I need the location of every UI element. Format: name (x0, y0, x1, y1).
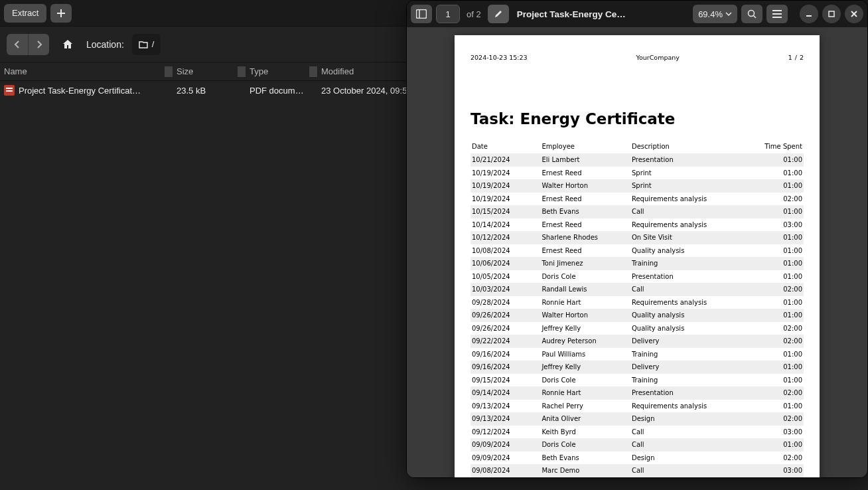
cell-date: 09/22/2024 (470, 335, 540, 348)
cell-description: Call (630, 205, 754, 218)
cell-employee: Sharlene Rhodes (540, 231, 630, 244)
task-row: 09/09/2024Doris ColeCall01:00 (470, 438, 804, 451)
cell-date: 10/19/2024 (470, 179, 540, 193)
task-row: 09/14/2024Ronnie HartPresentation02:00 (470, 386, 804, 400)
cell-employee: Walter Horton (540, 309, 630, 322)
cell-description: Design (630, 412, 754, 426)
cell-date: 09/26/2024 (470, 309, 540, 322)
extract-button[interactable]: Extract (4, 4, 46, 23)
cell-time: 01:00 (754, 153, 804, 167)
cell-employee: Audrey Peterson (540, 335, 630, 348)
cell-description: Call (630, 464, 754, 477)
cell-date: 10/19/2024 (470, 167, 540, 180)
cell-description: Requirements analysis (630, 400, 754, 413)
task-row: 10/12/2024Sharlene RhodesOn Site Visit01… (470, 231, 804, 244)
nav-buttons (7, 34, 49, 55)
svg-rect-5 (829, 11, 834, 17)
cell-employee: Doris Cole (540, 270, 630, 284)
pdf-heading: Task: Energy Certificate (470, 109, 804, 129)
cell-description: Quality analysis (630, 309, 754, 322)
cell-employee: Toni Jimenez (540, 257, 630, 270)
cell-time: 01:00 (754, 374, 804, 387)
cell-date: 09/28/2024 (470, 296, 540, 309)
annotate-button[interactable] (488, 5, 509, 23)
col-header-type[interactable]: Type (246, 66, 309, 76)
task-table: Date Employee Description Time Spent 10/… (470, 140, 804, 477)
cell-employee: Keith Byrd (540, 426, 630, 439)
cell-description: Design (630, 451, 754, 465)
search-button[interactable] (741, 5, 762, 23)
col-resize[interactable] (238, 66, 246, 77)
cell-time: 02:00 (754, 322, 804, 335)
task-row: 09/15/2024Doris ColeTraining01:00 (470, 374, 804, 387)
col-resize[interactable] (309, 66, 317, 77)
cell-date: 09/14/2024 (470, 386, 540, 400)
sidebar-toggle-button[interactable] (411, 5, 432, 23)
task-row: 10/19/2024Ernest ReedSprint01:00 (470, 167, 804, 180)
cell-time: 01:00 (754, 296, 804, 309)
page-number-input[interactable] (436, 5, 460, 23)
th-time-spent: Time Spent (754, 140, 804, 153)
pdf-file-icon (4, 85, 15, 96)
pdf-viewport[interactable]: 2024-10-23 15:23 YourCompany 1 / 2 Task:… (407, 27, 867, 477)
task-row: 09/16/2024Paul WilliamsTraining01:00 (470, 348, 804, 361)
cell-date: 10/08/2024 (470, 244, 540, 258)
hamburger-icon (772, 10, 782, 18)
pdf-page-sep: / (795, 54, 797, 62)
col-header-name[interactable]: Name (0, 66, 165, 76)
cell-employee: Eli Lambert (540, 153, 630, 167)
cell-time: 01:00 (754, 348, 804, 361)
cell-description: Delivery (630, 361, 754, 374)
cell-description: Call (630, 283, 754, 296)
task-row: 10/03/2024Randall LewisCall02:00 (470, 283, 804, 296)
window-close-button[interactable] (845, 5, 863, 23)
cell-date: 10/15/2024 (470, 205, 540, 218)
cell-time: 02:00 (754, 193, 804, 206)
task-row: 09/13/2024Anita OliverDesign02:00 (470, 412, 804, 426)
home-button[interactable] (57, 34, 78, 55)
cell-date: 10/05/2024 (470, 270, 540, 284)
pdf-timestamp: 2024-10-23 15:23 (470, 54, 528, 62)
nav-back-button[interactable] (7, 34, 28, 55)
task-row: 09/08/2024Marc DemoCall03:00 (470, 464, 804, 477)
cell-date: 10/03/2024 (470, 283, 540, 296)
zoom-value: 69.4% (698, 9, 723, 19)
cell-employee: Ernest Reed (540, 218, 630, 232)
pdf-page-header: 2024-10-23 15:23 YourCompany 1 / 2 (470, 54, 804, 62)
path-box[interactable]: / (132, 34, 161, 55)
sidebar-icon (416, 9, 427, 19)
pdf-viewer-window: of 2 Project Task-Energy Ce… 69.4% (406, 0, 868, 478)
cell-time: 01:00 (754, 309, 804, 322)
svg-line-3 (754, 16, 757, 19)
task-row: 10/21/2024Eli LambertPresentation01:00 (470, 153, 804, 167)
cell-date: 10/06/2024 (470, 257, 540, 270)
window-maximize-button[interactable] (822, 5, 841, 23)
hamburger-menu-button[interactable] (766, 5, 788, 23)
col-header-size[interactable]: Size (173, 66, 238, 76)
cell-time: 01:00 (754, 270, 804, 284)
th-employee: Employee (540, 140, 630, 153)
cell-employee: Ernest Reed (540, 167, 630, 180)
page-total-label: of 2 (464, 9, 484, 19)
new-tab-button[interactable] (50, 4, 72, 23)
window-minimize-button[interactable] (800, 5, 818, 23)
cell-time: 01:00 (754, 244, 804, 258)
folder-icon (139, 40, 148, 49)
cell-employee: Ernest Reed (540, 244, 630, 258)
cell-description: Sprint (630, 167, 754, 180)
cell-date: 10/12/2024 (470, 231, 540, 244)
task-row: 10/19/2024Ernest ReedRequirements analys… (470, 193, 804, 206)
file-size: 23.5 kB (173, 86, 238, 96)
maximize-icon (828, 10, 835, 18)
task-row: 09/28/2024Ronnie HartRequirements analys… (470, 296, 804, 309)
chevron-right-icon (35, 41, 43, 48)
zoom-selector[interactable]: 69.4% (693, 5, 737, 23)
cell-date: 09/09/2024 (470, 451, 540, 465)
cell-date: 09/15/2024 (470, 374, 540, 387)
cell-employee: Beth Evans (540, 451, 630, 465)
col-resize[interactable] (165, 66, 173, 77)
th-date: Date (470, 140, 540, 153)
nav-forward-button[interactable] (28, 34, 49, 55)
search-icon (747, 9, 757, 19)
svg-point-2 (749, 11, 755, 17)
